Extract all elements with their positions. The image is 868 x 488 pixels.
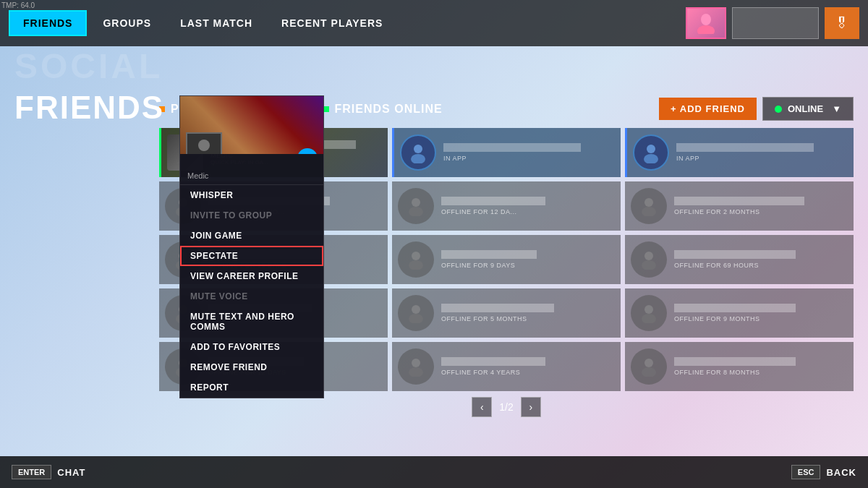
person-icon-6 [639, 196, 659, 216]
friend-card-9[interactable]: OFFLINE FOR 69 HOURS [625, 235, 854, 284]
person-icon-2 [407, 142, 429, 163]
tab-last-match[interactable]: LAST MATCH [167, 10, 265, 36]
friend-name-9 [674, 250, 796, 259]
menu-avatar-area: 5 [180, 96, 323, 154]
friend-card-12[interactable]: OFFLINE FOR 9 MONTHS [625, 288, 854, 338]
online-dropdown[interactable]: ONLINE ▼ [762, 97, 854, 121]
search-box[interactable] [732, 7, 819, 39]
avatar-icon [695, 12, 717, 34]
friend-status-12: OFFLINE FOR 9 MONTHS [674, 315, 848, 322]
menu-item-add-favorites[interactable]: ADD TO FAVORITES [180, 337, 323, 357]
svg-point-19 [642, 260, 656, 270]
svg-point-16 [412, 252, 420, 260]
menu-item-spectate[interactable]: SPECTATE [180, 246, 323, 266]
menu-item-remove-friend[interactable]: REMOVE FRIEND [180, 357, 323, 377]
pagination: ‹ 1/2 › [159, 397, 854, 417]
content-area: SOCIAL FRIENDS PLAYING OVERWATCH / FRIEN… [0, 46, 868, 456]
chevron-down-icon: ▼ [832, 103, 841, 114]
friend-status-9: OFFLINE FOR 69 HOURS [674, 262, 848, 269]
friend-avatar-9 [631, 241, 667, 278]
friend-card-8[interactable]: OFFLINE FOR 9 DAYS [392, 235, 621, 284]
friend-name-15 [674, 357, 796, 366]
svg-point-23 [409, 314, 423, 323]
person-icon-15 [639, 356, 659, 377]
add-friend-button[interactable]: + ADD FRIEND [659, 98, 757, 120]
svg-point-30 [644, 359, 653, 367]
friend-card-3[interactable]: IN APP [625, 128, 854, 177]
menu-item-view-career[interactable]: VIEW CAREER PROFILE [180, 266, 323, 286]
friend-card-15[interactable]: OFFLINE FOR 8 MONTHS [625, 342, 854, 391]
friend-info-3: IN APP [676, 143, 848, 162]
svg-point-25 [642, 314, 656, 323]
friend-name-11 [441, 304, 554, 312]
friend-status-11: OFFLINE FOR 5 MONTHS [441, 315, 615, 322]
friends-label: FRIENDS ONLINE [335, 103, 443, 116]
friend-info-12: OFFLINE FOR 9 MONTHS [674, 304, 848, 322]
person-icon-5 [406, 196, 426, 216]
svg-point-7 [644, 154, 658, 163]
friend-avatar-15 [631, 348, 667, 385]
esc-key: ESC [791, 465, 821, 479]
bottom-right: ESC BACK [791, 465, 856, 479]
friend-info-14: OFFLINE FOR 4 YEARS [441, 357, 615, 376]
friend-status-3: IN APP [676, 155, 848, 162]
tab-friends[interactable]: FRIENDS [9, 10, 87, 36]
friend-card-14[interactable]: OFFLINE FOR 4 YEARS [392, 342, 621, 391]
menu-item-join-game[interactable]: JOIN GAME [180, 226, 323, 246]
menu-item-invite-group: INVITE TO GROUP [180, 205, 323, 226]
menu-item-mute-text[interactable]: MUTE TEXT AND HERO COMMS [180, 307, 323, 337]
friend-card-11[interactable]: OFFLINE FOR 5 MONTHS [392, 288, 621, 338]
context-menu: 5 Medic WHISPER INVITE TO GROUP JOIN GAM… [179, 95, 324, 398]
friend-name-6 [674, 197, 804, 205]
friend-avatar-8 [398, 241, 434, 278]
svg-point-22 [412, 305, 420, 314]
friend-avatar-11 [398, 295, 434, 331]
friend-info-5: OFFLINE FOR 12 DA... [441, 197, 615, 215]
friend-name-3 [676, 143, 814, 152]
svg-point-13 [642, 207, 656, 216]
friend-info-8: OFFLINE FOR 9 DAYS [441, 250, 615, 269]
social-watermark: SOCIAL [14, 49, 163, 84]
friend-avatar-3 [633, 134, 669, 171]
friend-status-8: OFFLINE FOR 9 DAYS [441, 262, 615, 269]
friend-card-6[interactable]: OFFLINE FOR 2 MONTHS [625, 181, 854, 231]
friend-name-5 [441, 197, 545, 205]
friend-name-2 [443, 143, 581, 152]
svg-point-6 [647, 145, 655, 153]
left-panel: FRIENDS [14, 46, 159, 456]
svg-point-31 [642, 367, 656, 377]
person-icon-12 [639, 303, 659, 323]
friend-info-2: IN APP [443, 143, 615, 162]
nav-tabs: FRIENDS GROUPS LAST MATCH RECENT PLAYERS [9, 10, 396, 36]
friend-status-14: OFFLINE FOR 4 YEARS [441, 369, 615, 376]
tab-recent-players[interactable]: RECENT PLAYERS [268, 10, 396, 36]
svg-point-1 [697, 25, 715, 34]
currency-box[interactable]: 🎖 [825, 7, 859, 39]
prev-page-button[interactable]: ‹ [472, 397, 492, 417]
svg-point-28 [412, 359, 420, 367]
friend-card-5[interactable]: OFFLINE FOR 12 DA... [392, 181, 621, 231]
menu-name-area: Medic [180, 154, 323, 185]
header-controls: + ADD FRIEND ONLINE ▼ [659, 97, 854, 121]
online-dot [775, 106, 782, 113]
page-info: 1/2 [499, 401, 513, 413]
person-icon-3 [640, 142, 662, 163]
user-avatar[interactable] [686, 7, 726, 39]
menu-avatar-artwork [187, 134, 221, 154]
svg-point-12 [644, 198, 653, 207]
tab-groups[interactable]: GROUPS [90, 10, 164, 36]
person-icon-9 [639, 249, 659, 270]
friend-status-2: IN APP [443, 155, 615, 162]
svg-point-33 [198, 140, 210, 151]
svg-point-5 [411, 154, 425, 163]
person-icon-14 [406, 356, 426, 377]
online-label: ONLINE [788, 103, 823, 114]
tmp-label: TMP: 64.0 [1, 1, 35, 9]
menu-item-mute-voice: MUTE VOICE [180, 286, 323, 307]
menu-role: Medic [187, 171, 208, 180]
next-page-button[interactable]: › [521, 397, 541, 417]
menu-item-whisper[interactable]: WHISPER [180, 185, 323, 205]
menu-item-report[interactable]: REPORT [180, 377, 323, 398]
top-right-controls: 🎖 [686, 7, 859, 39]
friend-card-2[interactable]: IN APP [392, 128, 621, 177]
